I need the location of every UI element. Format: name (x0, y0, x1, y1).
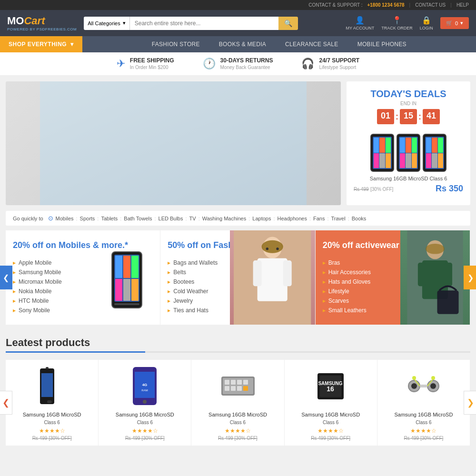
deal-original-price: Rs 499 (354, 187, 369, 192)
svg-rect-31 (243, 380, 248, 385)
arrow-icon: ▶ (323, 299, 326, 303)
svg-rect-1 (40, 81, 307, 205)
products-next-arrow[interactable]: ❯ (464, 391, 476, 415)
returns-title: 30-DAYS RETURNS (220, 57, 273, 64)
user-icon: 👤 (355, 16, 365, 25)
quicknav-led-bulbs[interactable]: LED Bulbs (159, 216, 183, 221)
logo[interactable]: MOCart POWERED BY PSDFREEBIES.COM (7, 15, 77, 31)
product-image (10, 365, 94, 407)
top-bar: CONTACT & SUPPORT : +1800 1234 5678 | CO… (0, 0, 476, 10)
activewear-photo (400, 230, 470, 325)
svg-rect-44 (420, 385, 427, 387)
svg-point-43 (430, 383, 436, 389)
search-input[interactable] (130, 17, 279, 30)
product-sub: Class 6 (102, 420, 187, 425)
product-image (195, 365, 280, 407)
phone-left (370, 134, 394, 172)
phone-right (423, 134, 446, 172)
header: MOCart POWERED BY PSDFREEBIES.COM All Ca… (0, 10, 476, 36)
mobiles-panel: 20% off on Mobiles & more.* ▶Apple Mobil… (6, 230, 160, 325)
quicknav-tv[interactable]: TV (189, 216, 196, 221)
end-in-label: END IN (354, 101, 463, 106)
deal-new-price: Rs 350 (436, 184, 463, 194)
product-price: Rs 499 [30% OFF] (195, 436, 280, 441)
svg-rect-5 (253, 260, 262, 286)
support-label: CONTACT & SUPPORT : (308, 2, 362, 8)
svg-point-15 (426, 244, 445, 254)
product-image: 4G RAM (102, 365, 187, 407)
quicknav-laptops[interactable]: Laptops (252, 216, 271, 221)
quicknav-headphones[interactable]: Headphones (278, 216, 307, 221)
logo-mo: MO (7, 15, 24, 27)
contact-us-link[interactable]: CONTACT US (415, 2, 446, 8)
cart-icon: 🛒 (446, 20, 453, 26)
my-account-button[interactable]: 👤 MY ACCOUNT (346, 16, 375, 30)
product-price: Rs 499 [30% OFF] (102, 436, 187, 441)
quicknav-sports[interactable]: Sports (80, 216, 95, 221)
plane-icon: ✈ (117, 58, 125, 70)
quicknav-tablets[interactable]: Tablets (101, 216, 118, 221)
help-link[interactable]: HELP (456, 2, 469, 8)
arrow-icon: ▶ (13, 261, 16, 265)
product-card: 4G RAM Samsung 16GB MicroSD Class 6 ★★★★… (99, 360, 191, 445)
svg-rect-13 (418, 263, 426, 287)
go-quickly-label: Go quickly to (13, 216, 43, 221)
quicknav-bath-towels[interactable]: Bath Towels (124, 216, 152, 221)
dropdown-arrow-icon: ▾ (123, 20, 126, 26)
returns-sub: Money Back Guarantee (220, 65, 270, 70)
quicknav-fans[interactable]: Fans (313, 216, 325, 221)
divider-2: | (450, 2, 452, 8)
shipping-bar: ✈ FREE SHIPPING In Order Min $200 🕐 30-D… (0, 52, 476, 76)
quicknav-mobiles[interactable]: Mobiles (56, 216, 74, 221)
quicknav-washing-machines[interactable]: Washing Machines (202, 216, 247, 221)
product-card: Samsung 16GB MicroSD Class 6 ★★★★☆ Rs 49… (377, 360, 470, 445)
category-dropdown[interactable]: All Categories ▾ (84, 17, 129, 30)
product-stars: ★★★★☆ (195, 427, 280, 434)
arrow-icon: ▶ (323, 270, 326, 275)
free-shipping-sub: In Order Min $200 (130, 65, 169, 70)
svg-rect-16 (437, 290, 459, 314)
nav-books-media[interactable]: BOOKS & MEDIA (209, 36, 276, 52)
panels-prev-arrow[interactable]: ❮ (0, 266, 12, 289)
quick-nav: Go quickly to ⊙ Mobiles : Sports : Table… (6, 211, 470, 226)
deal-product-name: Samsung 16GB MicroSD Class 6 (354, 176, 463, 181)
login-button[interactable]: 🔒 LOGIN (420, 16, 433, 30)
support-sub: Lifestype Support (319, 65, 356, 70)
arrow-icon: ▶ (13, 270, 16, 275)
deal-prices: Rs 499 [30% OFF] Rs 350 (354, 184, 463, 194)
shop-everything-label: SHOP EVERYTHING (9, 41, 67, 48)
svg-rect-28 (225, 380, 229, 385)
quicknav-travel[interactable]: Travel (331, 216, 345, 221)
product-price: Rs 499 [30% OFF] (381, 436, 466, 441)
svg-rect-18 (46, 367, 49, 369)
activewear-panel: 20% off activewear & more.* ▶Bras ▶Hair … (316, 230, 470, 325)
quicknav-books[interactable]: Books (352, 216, 367, 221)
arrow-icon: ▶ (13, 299, 16, 303)
panels-next-arrow[interactable]: ❯ (464, 266, 476, 289)
product-name: Samsung 16GB MicroSD (381, 411, 466, 418)
svg-text:16: 16 (327, 385, 334, 393)
product-image (381, 365, 466, 407)
free-shipping-item: ✈ FREE SHIPPING In Order Min $200 (117, 57, 174, 70)
products-prev-arrow[interactable]: ❮ (0, 391, 12, 415)
cart-count: 0 (455, 20, 458, 26)
circle-icon: ⊙ (48, 215, 53, 222)
track-order-button[interactable]: 📍 TRACK ORDER (381, 16, 413, 30)
headset-icon: 🎧 (301, 58, 314, 70)
nav-clearance-sale[interactable]: CLEARANCE SALE (276, 36, 348, 52)
shop-everything-button[interactable]: SHOP EVERYTHING ▾ (0, 36, 82, 52)
search-bar: All Categories ▾ 🔍 (84, 17, 298, 30)
nav-mobile-phones[interactable]: MOBILE PHONES (348, 36, 416, 52)
arrow-icon: ▶ (13, 289, 16, 294)
arrow-icon: ▶ (323, 289, 326, 294)
svg-point-47 (412, 376, 416, 380)
arrow-icon: ▶ (168, 261, 170, 265)
cart-button[interactable]: 🛒 0 ▾ (440, 17, 469, 29)
svg-rect-33 (231, 386, 236, 391)
svg-rect-20 (47, 400, 52, 403)
header-icons: 👤 MY ACCOUNT 📍 TRACK ORDER 🔒 LOGIN 🛒 0 ▾ (346, 16, 469, 30)
product-card: Samsung 16GB MicroSD Class 6 ★★★★☆ Rs 49… (191, 360, 284, 445)
support-item: 🎧 24/7 SUPPORT Lifestype Support (301, 57, 359, 70)
nav-fashion-store[interactable]: FASHION STORE (142, 36, 209, 52)
search-button[interactable]: 🔍 (278, 17, 298, 30)
